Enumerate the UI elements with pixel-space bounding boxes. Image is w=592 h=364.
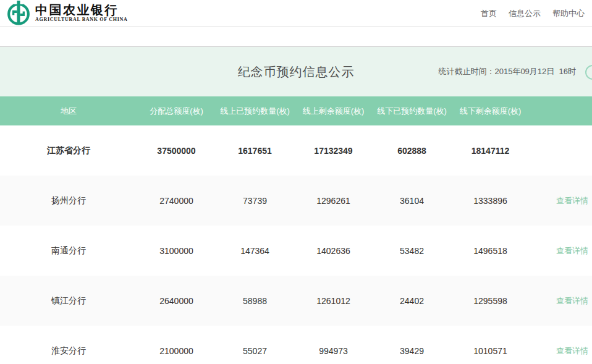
detail-cell: 查看详情 xyxy=(530,245,592,256)
total-cell: 2740000 xyxy=(137,196,216,206)
col-header-online-remaining: 线上剩余额度(枚) xyxy=(294,106,373,117)
col-header-offline-reserved: 线下已预约数量(枚) xyxy=(373,106,451,117)
offline-reserved-cell: 39429 xyxy=(373,346,451,356)
view-details-link[interactable]: 查看详情 xyxy=(556,196,588,205)
table-header-row: 地区 分配总额度(枚) 线上已预约数量(枚) 线上剩余额度(枚) 线下已预约数量… xyxy=(0,96,592,125)
online-reserved-cell: 147364 xyxy=(216,246,294,256)
page: 中国农业银行 AGRICULTURAL BANK OF CHINA 首页 信息公… xyxy=(0,0,592,364)
col-header-offline-remaining: 线下剩余额度(枚) xyxy=(451,106,530,117)
top-nav: 首页 信息公示 帮助中心 xyxy=(481,0,585,27)
stats-deadline-label: 统计截止时间： xyxy=(438,66,494,77)
brand-text: 中国农业银行 AGRICULTURAL BANK OF CHINA xyxy=(35,3,127,23)
view-details-link[interactable]: 查看详情 xyxy=(556,296,588,305)
online-remaining-cell: 1296261 xyxy=(294,196,373,206)
offline-remaining-cell: 1010571 xyxy=(451,346,530,356)
total-cell: 37500000 xyxy=(137,146,216,156)
offline-remaining-cell: 1295598 xyxy=(451,296,530,306)
total-cell: 2640000 xyxy=(137,296,216,306)
view-details-link[interactable]: 查看详情 xyxy=(556,346,588,355)
region-cell: 镇江分行 xyxy=(0,295,137,307)
quota-table: 地区 分配总额度(枚) 线上已预约数量(枚) 线上剩余额度(枚) 线下已预约数量… xyxy=(0,96,592,364)
col-header-region: 地区 xyxy=(0,106,137,117)
table-row-yangzhou: 扬州分行 2740000 73739 1296261 36104 1333896… xyxy=(0,176,592,226)
table-row-nantong: 南通分行 3100000 147364 1402636 53482 149651… xyxy=(0,226,592,276)
col-header-total-quota: 分配总额度(枚) xyxy=(137,106,216,117)
detail-cell: 查看详情 xyxy=(530,345,592,357)
nav-info-disclosure-link[interactable]: 信息公示 xyxy=(509,8,541,19)
offline-reserved-cell: 602888 xyxy=(373,146,451,156)
stats-deadline: 统计截止时间：2015年09月12日 16时 xyxy=(438,47,576,96)
table-row-huaian: 淮安分行 2100000 55027 994973 39429 1010571 … xyxy=(0,326,592,364)
offline-remaining-cell: 18147112 xyxy=(451,146,530,156)
table-row-zhenjiang: 镇江分行 2640000 58988 1261012 24402 1295598… xyxy=(0,276,592,326)
total-cell: 3100000 xyxy=(137,246,216,256)
offline-reserved-cell: 24402 xyxy=(373,296,451,306)
online-reserved-cell: 1617651 xyxy=(216,146,294,156)
offline-reserved-cell: 36104 xyxy=(373,196,451,206)
online-reserved-cell: 58988 xyxy=(216,296,294,306)
abc-bank-logo-icon xyxy=(6,1,31,25)
online-remaining-cell: 1402636 xyxy=(294,246,373,256)
col-header-online-reserved: 线上已预约数量(枚) xyxy=(216,106,294,117)
nav-home-link[interactable]: 首页 xyxy=(481,8,497,19)
title-band: 纪念币预约信息公示 统计截止时间：2015年09月12日 16时 xyxy=(0,47,592,96)
view-details-link[interactable]: 查看详情 xyxy=(556,246,588,255)
region-cell: 淮安分行 xyxy=(0,345,137,357)
table-row-jiangsu-province: 江苏省分行 37500000 1617651 17132349 602888 1… xyxy=(0,125,592,176)
offline-remaining-cell: 1496518 xyxy=(451,246,530,256)
top-header: 中国农业银行 AGRICULTURAL BANK OF CHINA 首页 信息公… xyxy=(0,0,592,27)
online-remaining-cell: 1261012 xyxy=(294,296,373,306)
region-cell: 南通分行 xyxy=(0,245,137,256)
offline-reserved-cell: 53482 xyxy=(373,246,451,256)
nav-help-center-link[interactable]: 帮助中心 xyxy=(552,8,585,19)
sub-strip xyxy=(0,27,592,47)
region-cell: 扬州分行 xyxy=(0,195,137,206)
online-reserved-cell: 73739 xyxy=(216,196,294,206)
online-remaining-cell: 17132349 xyxy=(294,146,373,156)
brand-name-en: AGRICULTURAL BANK OF CHINA xyxy=(35,17,127,23)
stats-deadline-value: 2015年09月12日 16时 xyxy=(494,66,576,77)
total-cell: 2100000 xyxy=(137,346,216,356)
online-remaining-cell: 994973 xyxy=(294,346,373,356)
brand-name-cn: 中国农业银行 xyxy=(35,3,127,17)
online-reserved-cell: 55027 xyxy=(216,346,294,356)
detail-cell: 查看详情 xyxy=(530,295,592,307)
offline-remaining-cell: 1333896 xyxy=(451,196,530,206)
bank-logo[interactable]: 中国农业银行 AGRICULTURAL BANK OF CHINA xyxy=(0,1,127,25)
detail-cell: 查看详情 xyxy=(530,195,592,206)
region-cell: 江苏省分行 xyxy=(0,145,137,156)
